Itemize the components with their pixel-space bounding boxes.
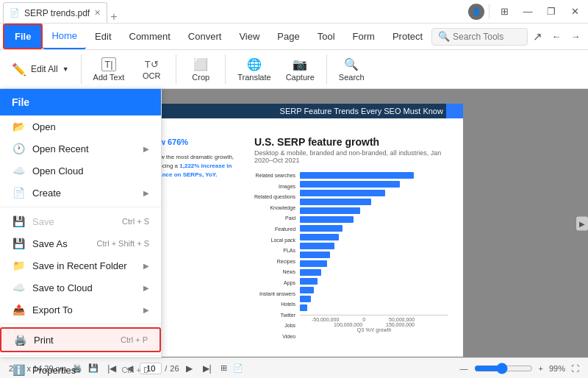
- chart-container: Related searches Images Related question…: [254, 171, 448, 342]
- search-label: Search: [339, 73, 365, 82]
- separator-2: [0, 324, 161, 324]
- divider-1: [81, 54, 82, 84]
- menu-item-save: 💾 Save Ctrl + S: [0, 210, 161, 232]
- separator-3: [0, 355, 161, 356]
- chart-title: U.S. SERP feature growth: [254, 136, 448, 148]
- tab-home[interactable]: Home: [43, 24, 86, 49]
- minimize-button[interactable]: —: [517, 1, 538, 22]
- menu-item-open-cloud[interactable]: ☁️ Open Cloud: [0, 160, 161, 182]
- new-tab-button[interactable]: +: [110, 11, 117, 23]
- last-page-button[interactable]: ▶|: [200, 361, 215, 376]
- save-shortcut: Ctrl + S: [122, 217, 149, 226]
- add-text-button[interactable]: T| Add Text: [87, 54, 131, 85]
- separator-1: [0, 207, 161, 207]
- pdf-tab[interactable]: 📄 SERP trends.pdf ✕: [3, 2, 107, 23]
- edit-icon: ✏️: [12, 63, 26, 76]
- crop-button[interactable]: ⬜ Crop: [182, 54, 219, 85]
- open-label: Open: [32, 121, 56, 132]
- properties-icon: ℹ️: [12, 364, 25, 376]
- edit-all-label: Edit All: [31, 64, 58, 74]
- bar-row: [300, 180, 448, 188]
- menu-item-open[interactable]: 📂 Open: [0, 115, 161, 138]
- forward-button[interactable]: →: [566, 26, 585, 47]
- translate-icon: 🌐: [247, 57, 262, 71]
- back-button[interactable]: ←: [547, 26, 566, 47]
- divider-4: [326, 54, 327, 84]
- translate-button[interactable]: 🌐 Translate: [232, 54, 276, 85]
- bar-row: [300, 277, 448, 285]
- tab-edit[interactable]: Edit: [86, 24, 120, 49]
- capture-button[interactable]: 📷 Capture: [280, 54, 320, 85]
- fit-icon[interactable]: ⊞: [220, 363, 227, 373]
- save-cloud-label: Save to Cloud: [32, 282, 93, 293]
- text-icon: T|: [101, 57, 115, 71]
- zoom-out-icon[interactable]: —: [460, 364, 468, 373]
- zoom-slider[interactable]: [474, 363, 533, 374]
- menu-item-open-recent[interactable]: 🕐 Open Recent ▶: [0, 138, 161, 160]
- arrow-icon: ▶: [143, 145, 149, 153]
- search-button[interactable]: 🔍 Search: [333, 54, 370, 85]
- save-recent-icon: 📁: [12, 260, 25, 271]
- avatar[interactable]: 👤: [468, 4, 484, 20]
- open-recent-icon: 🕐: [12, 143, 25, 154]
- export-label: Export To: [32, 304, 73, 315]
- menu-item-properties[interactable]: ℹ️ Properties Ctrl + D: [0, 359, 161, 378]
- open-recent-label: Open Recent: [32, 143, 89, 154]
- search-tools-input[interactable]: [453, 32, 521, 42]
- divider-2: [176, 54, 176, 84]
- save-as-label: Save As: [32, 238, 68, 249]
- search-tools-box[interactable]: 🔍: [431, 28, 528, 46]
- tab-form[interactable]: Form: [344, 24, 384, 49]
- capture-label: Capture: [286, 73, 315, 82]
- properties-label: Properties: [32, 365, 76, 376]
- export-icon: 📤: [12, 304, 25, 315]
- edit-all-button[interactable]: ✏️ Edit All ▼: [6, 60, 75, 79]
- print-shortcut: Ctrl + P: [121, 335, 148, 344]
- tab-protect[interactable]: Protect: [384, 24, 431, 49]
- menu-item-save-as[interactable]: 💾 Save As Ctrl + Shift + S: [0, 232, 161, 254]
- crop-label: Crop: [192, 73, 209, 82]
- layout-icon[interactable]: 📄: [233, 363, 243, 373]
- w-badge: W: [446, 104, 463, 118]
- open-icon: 📂: [12, 121, 25, 132]
- ocr-button[interactable]: T↺ OCR: [133, 56, 170, 83]
- bar-row: [300, 233, 448, 241]
- chart-bars-area: -50,000,000 0 50,000,000 100,000,000 150…: [300, 171, 448, 342]
- menu-item-save-recent[interactable]: 📁 Save in Recent Folder ▶: [0, 254, 161, 277]
- share-button[interactable]: ↗: [528, 26, 547, 47]
- arrow-icon-save-recent: ▶: [143, 262, 149, 270]
- arrow-icon-save-cloud: ▶: [143, 284, 149, 292]
- bar-row: [300, 215, 448, 224]
- bar-row: [300, 171, 448, 179]
- maximize-button[interactable]: ❐: [541, 1, 562, 22]
- next-page-button[interactable]: ▶: [182, 361, 197, 376]
- menu-item-print[interactable]: 🖨️ Print Ctrl + P: [0, 327, 161, 352]
- main-area: SERP Feature Trends Every SEO Must Know …: [0, 89, 588, 357]
- save-recent-label: Save in Recent Folder: [32, 260, 127, 271]
- tab-view[interactable]: View: [230, 24, 268, 49]
- menu-item-create[interactable]: 📄 Create ▶: [0, 182, 161, 204]
- menu-item-save-cloud[interactable]: ☁️ Save to Cloud ▶: [0, 277, 161, 299]
- print-label: Print: [34, 335, 54, 346]
- close-button[interactable]: ✕: [564, 1, 585, 22]
- scroll-right-arrow[interactable]: ▶: [576, 216, 588, 230]
- tab-close-button[interactable]: ✕: [94, 8, 101, 18]
- pdf-content: ...grew 676% apps saw the most dramatic …: [140, 118, 448, 342]
- tab-file[interactable]: File: [3, 24, 43, 49]
- file-menu-header: File: [0, 89, 161, 115]
- print-icon: 🖨️: [13, 334, 26, 346]
- open-cloud-label: Open Cloud: [32, 165, 83, 176]
- menu-item-export[interactable]: 📤 Export To ▶: [0, 299, 161, 321]
- bar-row: [300, 207, 448, 215]
- tab-convert[interactable]: Convert: [179, 24, 231, 49]
- tab-page[interactable]: Page: [268, 24, 308, 49]
- tab-tool[interactable]: Tool: [309, 24, 344, 49]
- add-text-label: Add Text: [93, 73, 125, 82]
- bar-row: [300, 295, 448, 303]
- fullscreen-icon[interactable]: ⛶: [571, 364, 579, 373]
- bar-row: [300, 224, 448, 232]
- zoom-in-icon[interactable]: +: [539, 364, 543, 373]
- file-menu: File 📂 Open 🕐 Open Recent ▶ ☁️ Open Clou…: [0, 89, 162, 357]
- arrow-icon-create: ▶: [143, 189, 149, 197]
- tab-comment[interactable]: Comment: [121, 24, 179, 49]
